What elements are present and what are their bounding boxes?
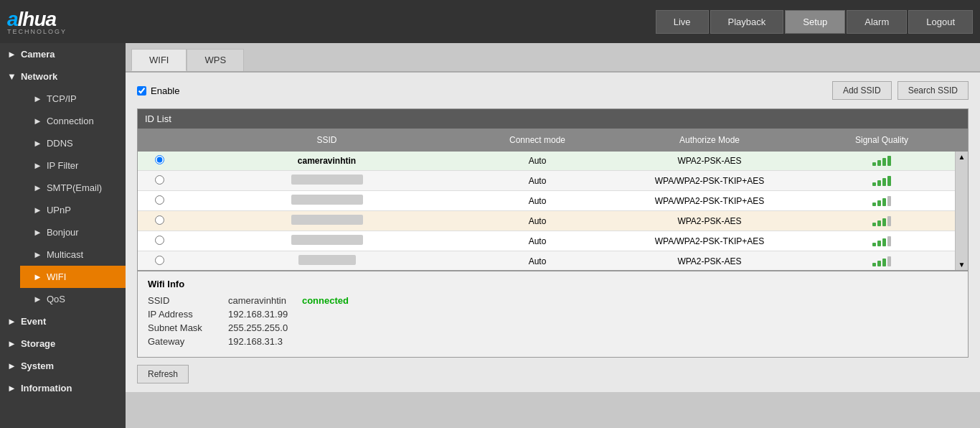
wifi-info-ip-row: IP Address 192.168.31.99 <box>148 309 958 320</box>
row-signal-5 <box>817 233 946 250</box>
tab-wps[interactable]: WPS <box>187 49 244 71</box>
nav-alarm[interactable]: Alarm <box>847 10 907 34</box>
wifi-info-gateway-value: 192.168.31.3 <box>228 336 283 347</box>
nav-playback[interactable]: Playback <box>710 10 784 34</box>
signal-bar <box>877 160 881 166</box>
signal-bar <box>887 196 891 206</box>
row-signal-3 <box>817 192 946 210</box>
row-connect-4: Auto <box>473 213 602 230</box>
row-radio-3[interactable] <box>138 192 181 210</box>
arrow-icon-5: ► <box>33 182 42 193</box>
sidebar-section-event[interactable]: ► Event <box>0 310 126 332</box>
signal-bar <box>882 158 886 166</box>
sidebar-ipfilter-label: IP Filter <box>47 160 79 171</box>
nav-logout[interactable]: Logout <box>908 10 973 34</box>
wifi-connected-badge: connected <box>302 295 349 306</box>
scroll-up-icon[interactable]: ▲ <box>958 153 966 161</box>
col-connect-mode: Connect mode <box>473 132 602 148</box>
table-row: cameravinhtin Auto WPA2-PSK-AES <box>138 152 968 171</box>
sidebar-section-information[interactable]: ► Information <box>0 377 126 399</box>
wifi-info-panel: Wifi Info SSID cameravinhtin connected I… <box>137 271 969 358</box>
sidebar-wifi-label: WIFI <box>47 271 66 282</box>
logo: alhua TECHNOLOGY <box>7 8 67 35</box>
sidebar-item-smtp[interactable]: ► SMTP(Email) <box>20 177 126 199</box>
signal-bar <box>882 178 886 186</box>
nav-live[interactable]: Live <box>656 10 709 34</box>
sidebar-item-ipfilter[interactable]: ► IP Filter <box>20 154 126 177</box>
sidebar-item-upnp[interactable]: ► UPnP <box>20 199 126 221</box>
sidebar-ddns-label: DDNS <box>47 138 73 149</box>
sidebar-smtp-label: SMTP(Email) <box>47 182 102 193</box>
row-radio-6[interactable] <box>138 252 181 271</box>
sidebar-section-storage[interactable]: ► Storage <box>0 332 126 355</box>
arrow-icon-4: ► <box>33 160 42 171</box>
arrow-icon: ► <box>33 93 42 104</box>
main-layout: ► Camera ▼ Network ► TCP/IP ► Connection… <box>0 43 980 428</box>
signal-bars-2 <box>823 176 941 186</box>
enable-right: Add SSID Search SSID <box>832 81 969 100</box>
table-rows: cameravinhtin Auto WPA2-PSK-AES <box>138 152 968 270</box>
logo-sub: TECHNOLOGY <box>7 28 67 35</box>
row-connect-3: Auto <box>473 192 602 210</box>
row-radio-1[interactable] <box>138 152 181 170</box>
table-scrollbar[interactable]: ▲ ▼ <box>955 152 968 270</box>
row-auth-4: WPA2-PSK-AES <box>602 213 817 230</box>
sidebar-section-network[interactable]: ▼ Network <box>0 65 126 88</box>
signal-bar <box>882 218 886 226</box>
scroll-down-icon[interactable]: ▼ <box>958 261 966 269</box>
nav-setup[interactable]: Setup <box>785 10 845 34</box>
chevron-right-icon-4: ► <box>7 360 17 371</box>
wifi-info-title: Wifi Info <box>148 279 958 289</box>
row-radio-5[interactable] <box>138 232 181 251</box>
signal-bar <box>887 256 891 266</box>
content-area: WIFI WPS Enable Add SSID Search SSID ID … <box>126 43 980 428</box>
blurred-ssid <box>298 255 356 265</box>
arrow-icon-2: ► <box>33 116 42 126</box>
sidebar-section-system[interactable]: ► System <box>0 355 126 377</box>
arrow-icon-3: ► <box>33 138 42 149</box>
signal-bar <box>882 238 886 246</box>
col-signal: Signal Quality <box>817 132 946 148</box>
row-auth-6: WPA2-PSK-AES <box>602 253 817 270</box>
enable-row: Enable Add SSID Search SSID <box>137 81 969 100</box>
signal-bar <box>877 261 881 266</box>
row-connect-6: Auto <box>473 253 602 270</box>
wifi-info-gateway-label: Gateway <box>148 336 220 347</box>
row-radio-4[interactable] <box>138 212 181 231</box>
arrow-icon-9: ► <box>33 271 42 282</box>
wifi-info-gateway-row: Gateway 192.168.31.3 <box>148 336 958 347</box>
search-ssid-button[interactable]: Search SSID <box>897 81 969 100</box>
wifi-info-ssid-value: cameravinhtin <box>228 295 286 306</box>
signal-bar <box>872 243 876 246</box>
sidebar-section-camera[interactable]: ► Camera <box>0 43 126 65</box>
row-radio-2[interactable] <box>138 172 181 190</box>
signal-bar <box>887 156 891 166</box>
table-header: ID List <box>138 109 968 129</box>
table-row: Auto WPA2-PSK-AES <box>138 211 968 231</box>
sidebar-network-items: ► TCP/IP ► Connection ► DDNS ► IP Filter… <box>0 88 126 310</box>
sidebar-system-label: System <box>21 360 54 371</box>
chevron-right-icon: ► <box>7 49 17 60</box>
refresh-button[interactable]: Refresh <box>137 365 189 383</box>
signal-bar <box>872 203 876 206</box>
blurred-ssid <box>291 215 363 225</box>
add-ssid-button[interactable]: Add SSID <box>832 81 892 100</box>
row-auth-3: WPA/WPA2-PSK-TKIP+AES <box>602 192 817 210</box>
tab-wifi[interactable]: WIFI <box>131 49 187 71</box>
sidebar-item-connection[interactable]: ► Connection <box>20 110 126 132</box>
ssid-table: ID List SSID Connect mode Authorize Mode… <box>137 108 969 271</box>
sidebar-item-wifi[interactable]: ► WIFI <box>20 266 126 288</box>
wifi-info-ssid-label: SSID <box>148 295 220 306</box>
row-ssid-3 <box>181 191 473 210</box>
sidebar-item-qos[interactable]: ► QoS <box>20 288 126 310</box>
sidebar-item-bonjour[interactable]: ► Bonjour <box>20 221 126 243</box>
row-ssid-6 <box>181 251 473 270</box>
enable-checkbox[interactable] <box>137 86 146 96</box>
sidebar-item-multicast[interactable]: ► Multicast <box>20 243 126 266</box>
sidebar-item-tcpip[interactable]: ► TCP/IP <box>20 88 126 110</box>
sidebar-information-label: Information <box>21 383 72 394</box>
signal-bar <box>872 263 876 266</box>
blurred-ssid <box>291 175 363 185</box>
sidebar-item-ddns[interactable]: ► DDNS <box>20 132 126 154</box>
signal-bar <box>872 162 876 166</box>
